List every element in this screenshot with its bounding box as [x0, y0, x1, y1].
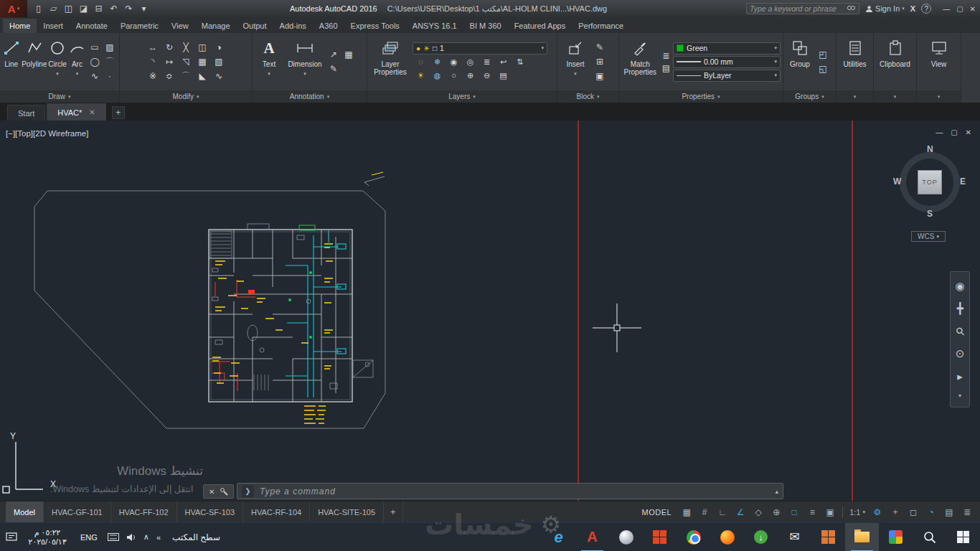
desktop-toolbar-label[interactable]: سطح المكتب: [168, 532, 225, 542]
command-history-icon[interactable]: ▴: [775, 488, 778, 495]
showmotion-icon[interactable]: ▸: [957, 370, 963, 383]
osnap-icon[interactable]: □: [788, 505, 800, 519]
layer-settings-icon[interactable]: ▤: [495, 70, 512, 82]
redo-icon[interactable]: ↷: [122, 2, 136, 15]
layer-prev-icon[interactable]: ↩: [495, 56, 512, 68]
rotate-icon[interactable]: ↻: [161, 41, 177, 55]
view-cube[interactable]: N S W E TOP: [894, 146, 966, 218]
file-tab-hvac[interactable]: HVAC*✕: [47, 103, 105, 121]
copy-icon[interactable]: ◫: [194, 41, 210, 55]
lineweight-select[interactable]: 0.00 mm ▾: [673, 56, 781, 68]
ribbon-tab-parametric[interactable]: Parametric: [114, 19, 165, 33]
taskbar-edge[interactable]: e: [542, 523, 575, 551]
panel-clipboard-footer[interactable]: ▾: [874, 90, 916, 103]
text-button[interactable]: A Text▾: [255, 34, 283, 90]
create-attribute-icon[interactable]: ⊞: [593, 55, 607, 69]
layer-on-icon[interactable]: ☀: [413, 70, 429, 82]
taskbar-firefox[interactable]: [710, 523, 744, 551]
red-piping[interactable]: [210, 280, 255, 391]
layout-tab-hvac-gf-101[interactable]: HVAC-GF-101: [44, 501, 111, 522]
ellipse-icon[interactable]: ◯: [88, 55, 102, 69]
move-icon[interactable]: ↔: [145, 41, 161, 55]
utilities-button[interactable]: Utilities: [839, 34, 871, 90]
layout-tab-hvac-site-105[interactable]: HVAC-SITE-105: [310, 501, 384, 522]
ribbon-tab-insert[interactable]: Insert: [37, 19, 70, 33]
fillet-icon[interactable]: ◝: [145, 55, 161, 69]
grid-icon[interactable]: ▦: [681, 505, 692, 519]
layer-merge-icon[interactable]: ⊕: [462, 70, 479, 82]
chevron-down-icon[interactable]: ▾: [958, 392, 961, 399]
cleanscreen-icon[interactable]: ▤: [943, 505, 955, 519]
application-menu-button[interactable]: A▾: [0, 0, 27, 17]
help-icon[interactable]: ?: [921, 4, 931, 14]
layer-lock-icon[interactable]: ◉: [446, 56, 462, 68]
match-properties-button[interactable]: Match Properties: [621, 34, 659, 90]
ribbon-tab-home[interactable]: Home: [3, 19, 37, 33]
scale-icon[interactable]: ◹: [178, 55, 194, 69]
blend-icon[interactable]: ∿: [211, 70, 227, 83]
polyline-button[interactable]: Polyline: [22, 34, 47, 90]
zoom-icon[interactable]: ⚲: [953, 324, 968, 339]
taskbar-file-explorer[interactable]: [845, 523, 879, 551]
language-indicator[interactable]: ENG: [77, 533, 100, 542]
layout-tab-model[interactable]: Model: [6, 501, 44, 522]
restore-icon[interactable]: ▢: [951, 128, 957, 136]
join-icon[interactable]: ⌒: [178, 70, 194, 83]
wheel-icon[interactable]: ◉: [955, 280, 964, 293]
ribbon-tab-bi-360[interactable]: BI М 360: [463, 19, 508, 33]
circle-button[interactable]: Circle▾: [48, 34, 67, 90]
linetype-select[interactable]: ByLayer ▾: [673, 70, 781, 82]
new-icon[interactable]: ▯: [32, 2, 45, 15]
speaker-icon[interactable]: [126, 533, 136, 542]
ribbon-tab-express-tools[interactable]: Express Tools: [344, 19, 406, 33]
toolbar-chevron[interactable]: «: [156, 533, 161, 542]
edit-attribute-icon[interactable]: ✎: [593, 41, 607, 55]
performance-icon[interactable]: ◔: [925, 505, 937, 519]
ribbon-tab-output[interactable]: Output: [237, 19, 273, 33]
command-input[interactable]: Type a command: [260, 486, 769, 496]
point-icon[interactable]: ∙: [103, 70, 117, 83]
selection-icon[interactable]: ▣: [824, 505, 836, 519]
panel-utilities-footer[interactable]: ▾: [837, 90, 873, 103]
dimension-button[interactable]: Dimension▾: [285, 34, 325, 90]
taskbar-a360[interactable]: [609, 523, 643, 551]
otrack-icon[interactable]: ⊕: [771, 505, 782, 519]
panel-layers-footer[interactable]: Layers▾: [367, 90, 557, 103]
taskbar-autocad[interactable]: A: [575, 523, 609, 551]
taskbar-mail[interactable]: ✉: [778, 523, 811, 551]
close-icon[interactable]: ✕: [89, 108, 95, 116]
taskbar-downloads[interactable]: ↓: [744, 523, 778, 551]
text-style-icon[interactable]: ✎: [326, 62, 341, 76]
customize-icon[interactable]: ≣: [961, 505, 973, 519]
ribbon-tab-performance[interactable]: Performance: [572, 19, 630, 33]
save-icon[interactable]: ◫: [62, 2, 75, 15]
list-icon[interactable]: ≣: [662, 51, 669, 61]
ungroup-icon[interactable]: ◰: [816, 48, 830, 62]
group-button[interactable]: Group: [786, 34, 814, 90]
ribbon-tab-ansys-16-1[interactable]: ANSYS 16.1: [406, 19, 463, 33]
iso-icon[interactable]: ◇: [753, 505, 764, 519]
layer-unlock-icon[interactable]: ○: [446, 70, 462, 82]
polar-icon[interactable]: ∠: [735, 505, 746, 519]
gear-icon[interactable]: ⚙: [872, 505, 883, 519]
stretch-icon[interactable]: ↦: [161, 55, 177, 69]
customize-wrench-icon[interactable]: [220, 487, 228, 496]
ribbon-tab-add-ins[interactable]: Add-ins: [273, 19, 313, 33]
undo-icon[interactable]: ↶: [107, 2, 121, 15]
offset-icon[interactable]: ≎: [161, 70, 177, 83]
object-color-select[interactable]: Green ▾: [673, 42, 781, 55]
taskbar-search[interactable]: [913, 523, 946, 551]
properties-palette-icon[interactable]: ▤: [662, 63, 670, 73]
layer-properties-button[interactable]: Layer Properties: [369, 34, 411, 90]
viewcube-south[interactable]: S: [927, 209, 933, 219]
ribbon-tab-manage[interactable]: Manage: [195, 19, 237, 33]
panel-properties-footer[interactable]: Properties▾: [619, 90, 783, 103]
keyboard-icon[interactable]: [108, 533, 119, 541]
menu-caret-icon[interactable]: ▾: [137, 2, 151, 15]
layer-match-icon[interactable]: ≣: [479, 56, 495, 68]
ucs-icon[interactable]: [3, 442, 43, 493]
wcs-menu[interactable]: WCS▾: [911, 231, 946, 242]
spline-icon[interactable]: ∿: [88, 70, 102, 83]
isolate-icon[interactable]: ◻: [908, 505, 919, 519]
group-edit-icon[interactable]: ◱: [816, 62, 830, 76]
